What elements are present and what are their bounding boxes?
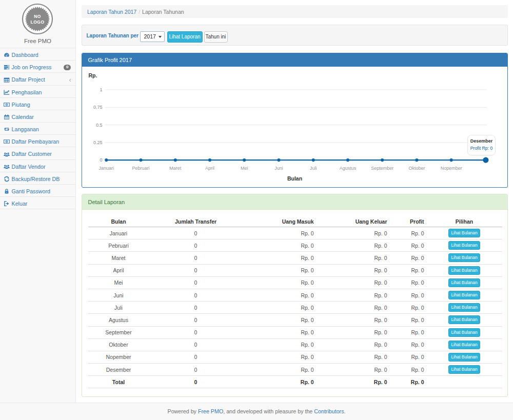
- svg-text:0.25: 0.25: [93, 140, 102, 145]
- svg-text:Pebruari: Pebruari: [132, 166, 149, 171]
- svg-text:September: September: [371, 166, 393, 171]
- svg-text:Rp.: Rp.: [88, 72, 97, 78]
- svg-text:0.5: 0.5: [95, 123, 102, 128]
- svg-text:Mei: Mei: [240, 166, 248, 171]
- svg-text:Oktober: Oktober: [408, 166, 425, 171]
- svg-text:1: 1: [100, 87, 102, 92]
- svg-text:0.75: 0.75: [93, 105, 102, 110]
- svg-text:Maret: Maret: [169, 166, 182, 171]
- svg-text:Nopember: Nopember: [440, 166, 462, 171]
- svg-text:Juni: Juni: [274, 166, 283, 171]
- svg-text:April: April: [205, 166, 214, 171]
- svg-text:Januari: Januari: [98, 166, 114, 171]
- svg-text:NO: NO: [34, 14, 41, 19]
- svg-text:LOGO: LOGO: [30, 19, 44, 25]
- svg-text:Agustus: Agustus: [339, 166, 356, 171]
- svg-text:Bulan: Bulan: [287, 175, 302, 182]
- svg-text:Juli: Juli: [309, 166, 317, 171]
- svg-text:0: 0: [100, 157, 102, 163]
